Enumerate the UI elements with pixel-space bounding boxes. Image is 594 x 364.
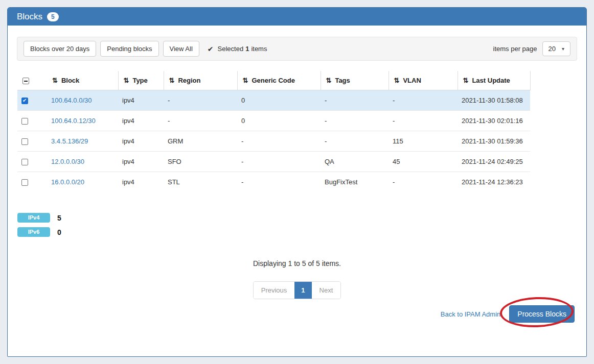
vlan-cell: - [389, 111, 458, 131]
generic-code-cell: - [237, 152, 321, 172]
column-header-vlan[interactable]: ⇅VLAN [389, 71, 458, 90]
tags-cell: - [321, 90, 389, 111]
block-link[interactable]: 3.4.5.136/29 [47, 131, 118, 152]
sort-icon: ⇅ [243, 77, 248, 84]
region-cell: - [164, 90, 237, 111]
region-cell: SFO [164, 152, 237, 172]
row-checkbox[interactable] [21, 179, 28, 186]
displaying-status: Displaying 1 to 5 of 5 items. [8, 259, 586, 268]
type-cell: ipv4 [118, 90, 164, 111]
table-row: 12.0.0.0/30 ipv4 SFO - QA 45 2021-11-24 … [17, 152, 530, 172]
count-badge: 5 [47, 12, 59, 21]
footer-actions: Back to IPAM Admin Process Blocks [441, 305, 575, 323]
row-checkbox[interactable] [21, 118, 28, 125]
checkmark-icon: ✔ [208, 45, 214, 53]
type-cell: ipv4 [118, 152, 164, 172]
vlan-cell: 45 [389, 152, 458, 172]
current-page-button[interactable]: 1 [294, 282, 311, 299]
select-all-checkbox[interactable] [22, 78, 29, 84]
ipv4-count: 5 [57, 214, 61, 222]
row-checkbox-cell [17, 90, 47, 111]
tags-cell: BugFixTest [321, 172, 389, 192]
panel-header: Blocks 5 [8, 8, 586, 26]
column-header-tags[interactable]: ⇅Tags [321, 71, 389, 90]
last-update-cell: 2021-11-30 01:58:08 [458, 90, 530, 111]
ipv4-badge: IPv4 [17, 213, 50, 223]
items-per-page-select[interactable]: 20 ▾ [542, 41, 571, 56]
last-update-cell: 2021-11-30 02:01:16 [458, 111, 530, 131]
region-cell: GRM [164, 131, 237, 152]
generic-code-cell: 0 [237, 111, 321, 131]
table-row: 3.4.5.136/29 ipv4 GRM - - 115 2021-11-30… [17, 131, 530, 152]
region-cell: STL [164, 172, 237, 192]
last-update-cell: 2021-11-24 12:36:23 [458, 172, 530, 192]
select-all-header [17, 71, 47, 90]
vlan-cell: - [389, 90, 458, 111]
row-checkbox-cell [17, 152, 47, 172]
selected-suffix: items [251, 45, 267, 53]
sort-icon: ⇅ [463, 77, 469, 84]
toolbar: Blocks over 20 days Pending blocks View … [17, 37, 577, 61]
block-link[interactable]: 100.64.0.0/30 [47, 90, 118, 111]
blocks-table: ⇅Block ⇅Type ⇅Region ⇅Generic Code ⇅Tags… [17, 71, 531, 192]
sort-icon: ⇅ [394, 77, 400, 84]
view-all-button[interactable]: View All [163, 41, 199, 57]
block-link[interactable]: 16.0.0.0/20 [47, 172, 118, 192]
blocks-over-20-days-button[interactable]: Blocks over 20 days [24, 41, 96, 57]
row-checkbox-cell [17, 131, 47, 152]
pending-blocks-button[interactable]: Pending blocks [100, 41, 158, 57]
row-checkbox[interactable] [21, 159, 28, 165]
ipv6-badge: IPv6 [17, 227, 50, 237]
tags-cell: - [321, 131, 389, 152]
pager: Previous 1 Next [253, 281, 341, 299]
region-cell: - [164, 111, 237, 131]
sort-icon: ⇅ [52, 77, 58, 84]
blocks-panel: Blocks 5 Blocks over 20 days Pending blo… [7, 7, 587, 357]
row-checkbox-cell [17, 111, 47, 131]
block-link[interactable]: 100.64.0.12/30 [47, 111, 118, 131]
last-update-cell: 2021-11-24 02:49:25 [458, 152, 530, 172]
column-header-type[interactable]: ⇅Type [118, 71, 164, 90]
generic-code-cell: - [237, 172, 321, 192]
generic-code-cell: 0 [237, 90, 321, 111]
blocks-table-wrap: ⇅Block ⇅Type ⇅Region ⇅Generic Code ⇅Tags… [17, 71, 577, 192]
items-per-page-value: 20 [549, 45, 556, 53]
row-checkbox[interactable] [21, 138, 28, 145]
previous-page-button[interactable]: Previous [254, 282, 295, 299]
back-to-ipam-admin-link[interactable]: Back to IPAM Admin [441, 310, 501, 318]
block-link[interactable]: 12.0.0.0/30 [47, 152, 118, 172]
sort-icon: ⇅ [169, 77, 175, 84]
ipv6-count: 0 [57, 228, 61, 236]
vlan-cell: 115 [389, 131, 458, 152]
column-header-generic-code[interactable]: ⇅Generic Code [237, 71, 321, 90]
generic-code-cell: - [237, 131, 321, 152]
vlan-cell: - [389, 172, 458, 192]
process-blocks-button[interactable]: Process Blocks [509, 305, 575, 323]
caret-down-icon: ▾ [562, 46, 564, 52]
selected-label: Selected [218, 45, 244, 53]
column-header-block[interactable]: ⇅Block [47, 71, 118, 90]
ip-summary: IPv4 5 IPv6 0 [17, 213, 586, 237]
tags-cell: - [321, 111, 389, 131]
selected-count: 1 [245, 45, 249, 53]
row-checkbox-cell [17, 172, 47, 192]
table-row: 16.0.0.0/20 ipv4 STL - BugFixTest - 2021… [17, 172, 530, 192]
type-cell: ipv4 [118, 172, 164, 192]
table-row: 100.64.0.12/30 ipv4 - 0 - - 2021-11-30 0… [17, 111, 530, 131]
table-row: 100.64.0.0/30 ipv4 - 0 - - 2021-11-30 01… [17, 90, 530, 111]
type-cell: ipv4 [118, 111, 164, 131]
last-update-cell: 2021-11-30 01:59:36 [458, 131, 530, 152]
selected-items-status: ✔ Selected 1 items [208, 45, 267, 53]
items-per-page-label: items per page [493, 45, 537, 53]
column-header-last-update[interactable]: ⇅Last Update [458, 71, 530, 90]
row-checkbox[interactable] [21, 98, 28, 104]
column-header-region[interactable]: ⇅Region [164, 71, 237, 90]
table-header-row: ⇅Block ⇅Type ⇅Region ⇅Generic Code ⇅Tags… [17, 71, 530, 90]
pagination-section: Displaying 1 to 5 of 5 items. Previous 1… [8, 259, 586, 299]
sort-icon: ⇅ [124, 77, 129, 84]
next-page-button[interactable]: Next [312, 282, 341, 299]
tags-cell: QA [321, 152, 389, 172]
sort-icon: ⇅ [326, 77, 332, 84]
page-title: Blocks [17, 12, 42, 22]
type-cell: ipv4 [118, 131, 164, 152]
